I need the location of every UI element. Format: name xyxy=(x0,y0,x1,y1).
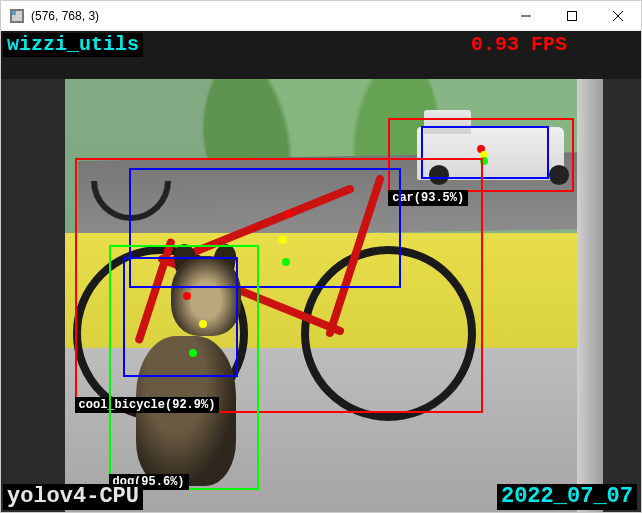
overlay-top-right: 0.93 FPS xyxy=(467,33,571,57)
center-dot-cool_bicycle-1 xyxy=(279,236,287,244)
svg-rect-2 xyxy=(12,11,16,15)
image-canvas: car(93.5%)cool_bicycle(92.9%)dog(95.6%) … xyxy=(1,31,641,512)
close-button[interactable] xyxy=(595,1,641,30)
center-dot-dog-2 xyxy=(189,349,197,357)
inner-bbox-dog xyxy=(123,257,238,377)
overlay-bottom-right: 2022_07_07 xyxy=(497,484,637,510)
titlebar: (576, 768, 3) xyxy=(1,1,641,31)
svg-rect-4 xyxy=(568,11,577,20)
app-window: (576, 768, 3) xyxy=(0,0,642,513)
center-dot-cool_bicycle-2 xyxy=(282,258,290,266)
maximize-button[interactable] xyxy=(549,1,595,30)
app-icon xyxy=(9,8,25,24)
center-dot-dog-0 xyxy=(183,292,191,300)
window-title: (576, 768, 3) xyxy=(31,9,503,23)
window-controls xyxy=(503,1,641,30)
overlay-top-left: wizzi_utils xyxy=(3,33,143,57)
center-dot-cool_bicycle-0 xyxy=(285,210,293,218)
minimize-button[interactable] xyxy=(503,1,549,30)
center-dot-dog-1 xyxy=(199,320,207,328)
overlay-bottom-left: yolov4-CPU xyxy=(3,484,143,510)
